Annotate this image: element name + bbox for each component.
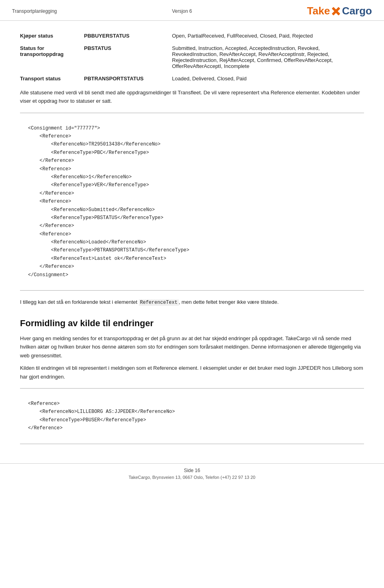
page-header: Transportplanlegging Versjon 6 Take Carg… — [0, 0, 384, 21]
main-content: Kjøper status PBBUYERSTATUS Open, Partia… — [0, 21, 384, 463]
status-table: Kjøper status PBBUYERSTATUS Open, Partia… — [20, 33, 364, 82]
note-ref-text-part1: I tillegg kan det stå en forklarende tek… — [20, 299, 139, 305]
note-reference-text: I tillegg kan det stå en forklarende tek… — [20, 298, 364, 307]
divider-3 — [20, 388, 364, 389]
logo-x-icon — [330, 6, 342, 17]
status-values-transport: Submitted, Instruction, Accepted, Accept… — [172, 45, 364, 69]
status-row-transport-status: Transport status PBTRANSPORTSTATUS Loade… — [20, 76, 364, 82]
footer-contact-info: TakeCargo, Brynsveien 13, 0667 Oslo, Tel… — [12, 475, 372, 480]
divider-1 — [20, 113, 364, 113]
header-left-text: Transportplanlegging — [12, 8, 57, 14]
status-values-buyer: Open, PartialReceived, FullReceived, Clo… — [172, 33, 364, 39]
status-code-buyer: PBBUYERSTATUS — [84, 33, 172, 39]
logo-cargo: Cargo — [342, 5, 372, 17]
divider-2 — [20, 290, 364, 291]
section-title-formidling: Formidling av kilde til endringer — [20, 318, 364, 329]
status-label-buyer: Kjøper status — [20, 33, 84, 39]
status-code-transport: PBSTATUS — [84, 45, 172, 51]
status-row-buyer: Kjøper status PBBUYERSTATUS Open, Partia… — [20, 33, 364, 39]
note-statuses: Alle statusene med verdi vil bli sendt m… — [20, 89, 364, 106]
page-footer: Side 16 TakeCargo, Brynsveien 13, 0667 O… — [0, 463, 384, 483]
code-block-2: <Reference> <ReferenceNo>LILLEBORG AS:JJ… — [20, 396, 364, 437]
paragraph-formidling-1: Hver gang en melding sendes for et trans… — [20, 334, 364, 360]
paragraph-formidling-2: Kilden til endringen vil bli representer… — [20, 364, 364, 381]
footer-page-number: Side 16 — [12, 468, 372, 473]
status-label-transport-status: Transport status — [20, 76, 84, 82]
status-row-transport: Status for transportoppdrag PBSTATUS Sub… — [20, 45, 364, 69]
status-label-transport: Status for transportoppdrag — [20, 45, 84, 57]
logo-take: Take — [307, 5, 330, 17]
note-ref-text-part2: , men dette feltet trenger ikke være til… — [179, 299, 279, 305]
inline-code-referencetext: ReferenceText — [139, 299, 179, 306]
header-version: Versjon 6 — [172, 8, 192, 14]
status-values-transport-status: Loaded, Delivered, Closed, Paid — [172, 76, 364, 82]
status-code-transport-status: PBTRANSPORTSTATUS — [84, 76, 172, 82]
logo: Take Cargo — [307, 5, 372, 17]
divider-4 — [20, 444, 364, 444]
code-block-1: <Consignment id="777777"> <Reference> <R… — [20, 120, 364, 283]
